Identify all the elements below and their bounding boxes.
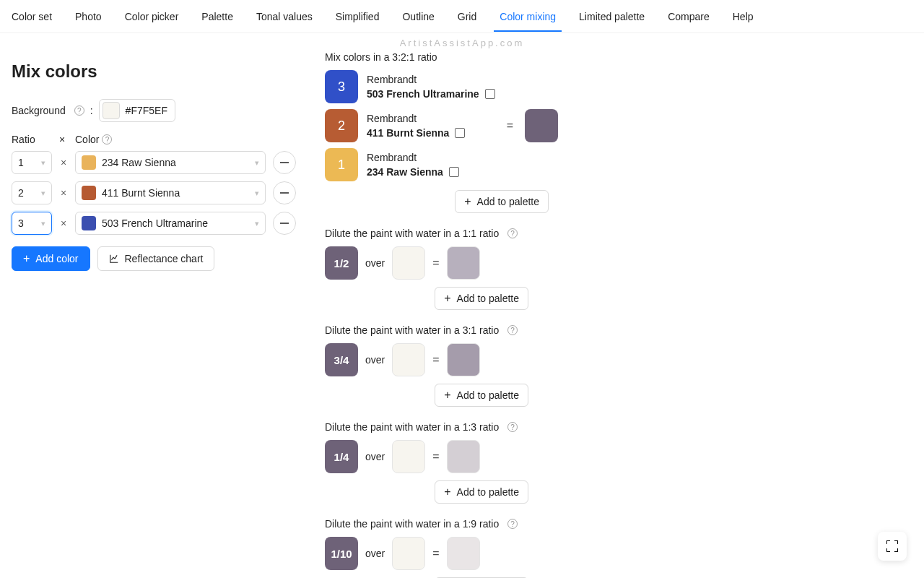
equals: = [432,547,439,560]
chevron-down-icon: ▾ [255,158,259,168]
tab-grid[interactable]: Grid [458,2,476,31]
help-icon[interactable]: ? [74,105,84,116]
fullscreen-icon [886,540,898,552]
chevron-down-icon: ▾ [41,219,45,228]
tab-simplified[interactable]: Simplified [336,2,380,31]
tab-compare[interactable]: Compare [668,2,710,31]
mix-part: 3Rembrandt503 French Ultramarine [325,70,495,103]
main-tabs: Color setPhotoColor pickerPaletteTonal v… [0,0,924,33]
paint-name: 411 Burnt Sienna [367,126,465,139]
dilution-result-swatch [447,537,480,570]
color-header: Color [75,134,99,145]
ratio-select[interactable]: 3▾ [12,212,52,235]
help-icon[interactable]: ? [507,422,518,432]
paint-brand: Rembrandt [367,112,465,125]
remove-color-button[interactable] [273,151,296,174]
equals: = [432,450,439,463]
dilution-ratio-chip: 1/4 [325,440,358,473]
mix-row: 2▾×411 Burnt Sienna▾ [12,181,308,204]
watermark: ArtistAssistApp.com [0,38,924,48]
over-label: over [365,548,385,559]
paint-brand: Rembrandt [367,73,495,86]
background-picker[interactable]: #F7F5EF [99,99,175,122]
dilution-result-swatch [447,440,480,473]
over-label: over [365,257,385,269]
background-label: Background [12,105,66,116]
chevron-down-icon: ▾ [41,158,45,168]
chevron-down-icon: ▾ [41,189,45,198]
mix-part: 2Rembrandt411 Burnt Sienna [325,109,495,142]
tab-limited-palette[interactable]: Limited palette [579,2,645,31]
dilution-ratio-chip: 1/2 [325,246,358,280]
mix-title: Mix colors in a 3:2:1 ratio [325,51,912,63]
minus-icon [280,192,289,194]
color-select[interactable]: 234 Raw Sienna▾ [75,151,266,174]
plus-icon: + [444,486,450,498]
equals: = [507,119,513,132]
chevron-down-icon: ▾ [255,219,259,228]
tab-color-mixing[interactable]: Color mixing [500,2,556,31]
add-to-palette-button[interactable]: +Add to palette [435,480,528,504]
paint-checkbox[interactable] [455,128,465,138]
dilution-section: Dilute the paint with water in a 1:1 rat… [325,228,912,310]
tab-palette[interactable]: Palette [201,2,233,31]
paint-checkbox[interactable] [485,89,495,99]
mix-row: 1▾×234 Raw Sienna▾ [12,151,308,174]
background-swatch [103,102,120,119]
help-icon[interactable]: ? [102,134,112,144]
add-to-palette-button[interactable]: + Add to palette [455,190,549,213]
reflectance-chart-button[interactable]: Reflectance chart [97,246,215,271]
part-ratio-chip: 3 [325,70,358,103]
color-select[interactable]: 411 Burnt Sienna▾ [75,181,266,204]
help-icon[interactable]: ? [507,228,518,238]
paint-checkbox[interactable] [449,167,459,177]
minus-icon [280,162,289,163]
tab-tonal-values[interactable]: Tonal values [256,2,313,31]
line-chart-icon [109,254,119,264]
page-title: Mix colors [12,61,308,82]
dilution-ratio-chip: 1/10 [325,537,358,570]
background-hex: #F7F5EF [126,105,167,116]
equals: = [432,256,439,269]
background-chip [392,343,425,376]
minus-icon [280,223,289,224]
dilution-title: Dilute the paint with water in a 1:1 rat… [325,228,499,239]
mix-result-swatch [525,109,558,142]
color-select[interactable]: 503 French Ultramarine▾ [75,212,266,235]
plus-icon: + [23,253,30,264]
equals: = [432,353,439,366]
paint-name: 234 Raw Sienna [367,165,459,178]
dilution-section: Dilute the paint with water in a 1:3 rat… [325,421,912,504]
paint-brand: Rembrandt [367,151,459,164]
over-label: over [365,354,385,366]
dilution-result-swatch [447,246,480,280]
remove-color-button[interactable] [273,212,296,235]
dilution-title: Dilute the paint with water in a 1:3 rat… [325,421,499,433]
color-swatch [82,216,96,230]
dilution-result-swatch [447,343,480,376]
fullscreen-button[interactable] [878,532,907,561]
dilution-ratio-chip: 3/4 [325,343,358,376]
tab-help[interactable]: Help [733,2,754,31]
mix-part: 1Rembrandt234 Raw Sienna [325,148,495,181]
add-to-palette-button[interactable]: +Add to palette [435,384,528,407]
add-to-palette-button[interactable]: +Add to palette [435,287,528,310]
ratio-select[interactable]: 1▾ [12,151,52,174]
help-icon[interactable]: ? [507,325,518,335]
tab-outline[interactable]: Outline [402,2,434,31]
add-color-button[interactable]: + Add color [12,246,90,271]
plus-icon: + [444,389,450,401]
remove-color-button[interactable] [273,181,296,204]
tab-color-picker[interactable]: Color picker [125,2,179,31]
ratio-select[interactable]: 2▾ [12,181,52,204]
help-icon[interactable]: ? [507,519,518,529]
part-ratio-chip: 1 [325,148,358,181]
tab-photo[interactable]: Photo [75,2,102,31]
color-swatch [82,186,96,200]
dilution-title: Dilute the paint with water in a 3:1 rat… [325,324,499,336]
tab-color-set[interactable]: Color set [12,2,52,31]
dilution-title: Dilute the paint with water in a 1:9 rat… [325,518,499,530]
part-ratio-chip: 2 [325,109,358,142]
background-chip [392,440,425,473]
background-chip [392,246,425,280]
